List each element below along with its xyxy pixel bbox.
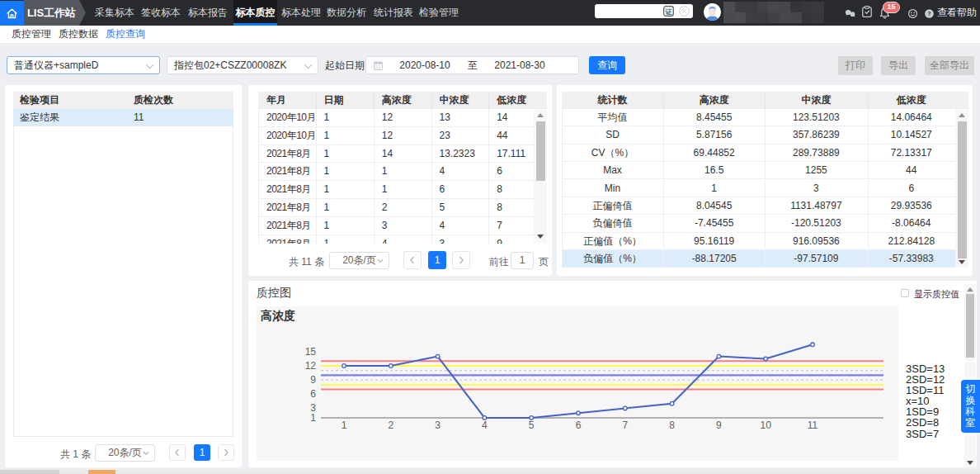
svg-text:5: 5 bbox=[529, 419, 535, 431]
svg-text:15: 15 bbox=[305, 346, 317, 358]
svg-text:1: 1 bbox=[310, 412, 316, 424]
svg-text:证: 证 bbox=[665, 8, 673, 16]
svg-text:6: 6 bbox=[576, 419, 582, 431]
svg-text:6: 6 bbox=[310, 388, 316, 400]
svg-text:9: 9 bbox=[310, 374, 316, 386]
svg-text:11: 11 bbox=[808, 419, 818, 431]
svg-text:3: 3 bbox=[435, 419, 441, 431]
svg-text:4: 4 bbox=[482, 419, 488, 431]
svg-text:7: 7 bbox=[622, 419, 628, 431]
svg-text:9: 9 bbox=[716, 419, 722, 431]
svg-text:1: 1 bbox=[342, 419, 347, 431]
svg-text:12: 12 bbox=[305, 360, 317, 372]
svg-text:2: 2 bbox=[388, 419, 393, 431]
svg-text:10: 10 bbox=[761, 419, 772, 431]
svg-text:8: 8 bbox=[669, 419, 675, 431]
svg-text:?: ? bbox=[927, 11, 931, 17]
